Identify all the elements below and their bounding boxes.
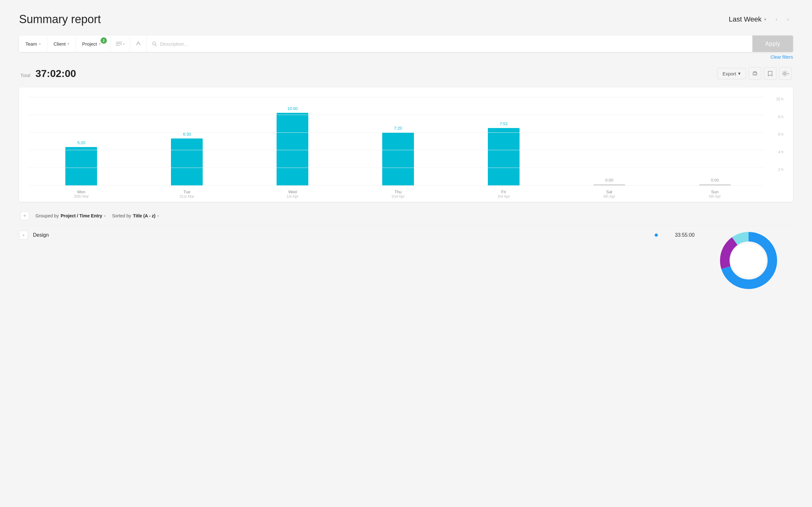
date-range-selector[interactable]: Last Week ▾ (728, 15, 766, 23)
total-actions: Export ▾ ▾ (717, 67, 792, 80)
bars-container: 5:206:3010:007:207:520:000:00 (29, 97, 783, 186)
date-range-caret: ▾ (764, 17, 766, 22)
svg-marker-0 (121, 43, 122, 45)
group-caret: ▾ (104, 214, 106, 218)
sorted-by-label: Sorted by (112, 213, 131, 218)
sorted-by-value: Title (A - z) (133, 213, 155, 218)
donut-svg (707, 226, 790, 289)
apply-button[interactable]: Apply (752, 36, 793, 52)
svg-line-2 (155, 45, 157, 46)
bar-day: Fri (451, 189, 556, 194)
filter-bar: Team ▾ Client ▾ Project ▾ 2 ▾ Apply (19, 36, 793, 52)
bar-day: Wed (240, 189, 345, 194)
bar-date: 4th Apr (556, 194, 662, 199)
y-axis-label: 8 h (778, 115, 783, 119)
clear-filters-row: Clear filters (19, 53, 793, 61)
search-area (147, 36, 753, 52)
group-selector[interactable]: Grouped by Project / Time Entry ▾ (36, 213, 106, 218)
data-section: +Design33:55:00 (19, 226, 793, 289)
project-filter[interactable]: Project ▾ 2 (76, 36, 110, 52)
bar-rect[interactable] (699, 184, 731, 186)
nav-arrows: ‹ › (771, 14, 793, 24)
y-axis-label: 6 h (778, 132, 783, 136)
bar-date: 5th Apr (662, 194, 768, 199)
donut-chart (704, 226, 793, 289)
project-caret: ▾ (99, 42, 101, 46)
total-row: Total 37:02:00 Export ▾ ▾ (19, 67, 793, 80)
total-left: Total 37:02:00 (20, 68, 76, 79)
y-axis-label: 4 h (778, 150, 783, 154)
search-icon (152, 41, 157, 46)
bar-day: Mon (29, 189, 134, 194)
date-range-label: Last Week (728, 15, 762, 23)
total-label: Total (20, 72, 31, 78)
client-caret: ▾ (67, 42, 69, 46)
bar-group[interactable]: 7:20 (345, 97, 451, 186)
y-axis-label: 10 h (776, 97, 783, 101)
bar-rect[interactable] (594, 184, 625, 186)
bar-group[interactable]: 7:52 (451, 97, 556, 186)
print-icon (752, 71, 758, 76)
bar-value: 7:20 (394, 126, 402, 130)
add-group-button[interactable]: + (20, 211, 29, 220)
gear-icon (782, 71, 788, 76)
bar-date: 30th Mar (29, 194, 134, 199)
team-caret: ▾ (39, 42, 41, 46)
y-axis-label: 2 h (778, 167, 783, 172)
next-arrow[interactable]: › (783, 14, 793, 24)
settings-button[interactable]: ▾ (779, 67, 792, 80)
description-input[interactable] (160, 41, 748, 47)
export-button[interactable]: Export ▾ (717, 68, 746, 79)
total-time: 37:02:00 (36, 68, 76, 79)
row-time: 33:55:00 (663, 232, 695, 238)
client-label: Client (54, 41, 66, 47)
bar-date: 2nd Apr (345, 194, 451, 199)
clear-filters-button[interactable]: Clear filters (770, 53, 793, 61)
page-title: Summary report (19, 13, 101, 26)
bar-day: Tue (134, 189, 240, 194)
bar-value: 0:00 (605, 178, 613, 182)
tags-icon (115, 41, 122, 47)
data-table: +Design33:55:00 (19, 226, 695, 245)
row-expand-button[interactable]: + (19, 231, 28, 239)
tags-caret: ▾ (123, 42, 125, 46)
bar-rect[interactable] (488, 128, 519, 186)
bar-group[interactable]: 5:20 (29, 97, 134, 186)
sort-selector[interactable]: Sorted by Title (A - z) ▾ (112, 213, 159, 218)
row-dot (655, 233, 658, 237)
svg-point-6 (784, 72, 786, 74)
bar-rect[interactable] (65, 147, 97, 186)
team-filter[interactable]: Team ▾ (19, 36, 47, 52)
bar-value: 5:20 (78, 140, 85, 145)
bar-day: Sat (556, 189, 662, 194)
bar-value: 0:00 (711, 178, 719, 182)
bar-value: 6:30 (183, 132, 191, 136)
chart-area: 5:206:3010:007:207:520:000:00 10 h8 h6 h… (29, 97, 783, 186)
bar-group[interactable]: 0:00 (662, 97, 768, 186)
tags-filter[interactable]: ▾ (110, 36, 130, 52)
bar-label-group: Mon30th Mar (29, 189, 134, 199)
bar-group[interactable]: 0:00 (556, 97, 662, 186)
bookmark-button[interactable] (764, 67, 776, 80)
billable-filter[interactable] (130, 36, 147, 52)
bar-day: Thu (345, 189, 451, 194)
print-button[interactable] (749, 67, 761, 80)
bar-group[interactable]: 6:30 (134, 97, 240, 186)
bar-rect[interactable] (171, 138, 203, 186)
bar-value: 10:00 (287, 106, 298, 111)
bar-label-group: Fri3rd Apr (451, 189, 556, 199)
export-label: Export (722, 71, 736, 76)
client-filter[interactable]: Client ▾ (47, 36, 76, 52)
grouped-by-value: Project / Time Entry (61, 213, 102, 218)
bar-label-group: Sat4th Apr (556, 189, 662, 199)
bar-value: 7:52 (500, 121, 507, 126)
bar-label-group: Tue31st Mar (134, 189, 240, 199)
bar-rect[interactable] (276, 113, 308, 186)
page-header: Summary report Last Week ▾ ‹ › (19, 13, 793, 26)
grouping-row: + Grouped by Project / Time Entry ▾ Sort… (19, 211, 793, 220)
y-axis: 10 h8 h6 h4 h2 h (768, 97, 783, 186)
bar-group[interactable]: 10:00 (240, 97, 345, 186)
bar-label-group: Sun5th Apr (662, 189, 768, 199)
bar-rect[interactable] (382, 132, 414, 186)
prev-arrow[interactable]: ‹ (771, 14, 781, 24)
